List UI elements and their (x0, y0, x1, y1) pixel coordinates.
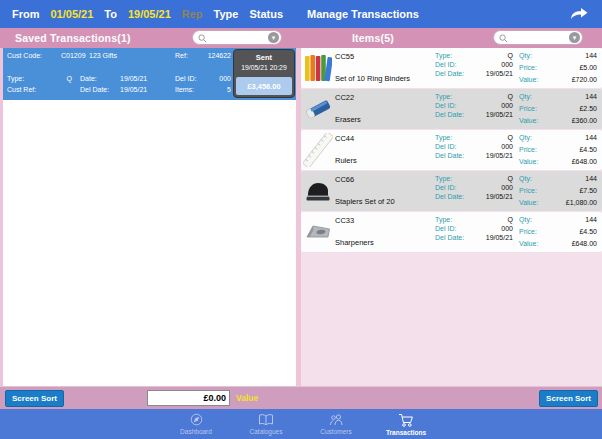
eraser-image (301, 89, 335, 129)
price-value: £2.50 (579, 105, 597, 112)
item-delivery-info: Type:Q Del ID:000 Del Date:19/05/21 (435, 212, 513, 252)
saved-transactions-title: Saved Transactions(1) (15, 32, 131, 44)
item-row[interactable]: CC33 Sharpeners Type:Q Del ID:000 Del Da… (301, 212, 602, 252)
items-search: ▾ (493, 30, 583, 45)
item-delivery-info: Type:Q Del ID:000 Del Date:19/05/21 (435, 48, 513, 88)
item-identity: CC44 Rulers (335, 130, 435, 170)
price-label: Price: (519, 105, 537, 112)
value-label: Value: (519, 117, 538, 124)
item-identity: CC55 Set of 10 Ring Binders (335, 48, 435, 88)
item-pricing-info: Qty:144 Price:£2.50 Value:£360.00 (519, 89, 597, 129)
price-value: £4.50 (579, 228, 597, 235)
value-label: Value: (519, 158, 538, 165)
tab-catalogues[interactable]: Catalogues (234, 409, 298, 439)
item-code: CC66 (335, 175, 435, 184)
ring-binders-image (301, 48, 335, 88)
app-screen: From 01/05/21 To 19/05/21 Rep Type Statu… (0, 0, 602, 439)
transaction-row-selected[interactable]: Cust Code: C01209 123 Gifts Ref: 124622 … (3, 48, 296, 100)
item-identity: CC33 Sharpeners (335, 212, 435, 252)
qty-label: Qty: (519, 134, 532, 141)
item-identity: CC22 Erasers (335, 89, 435, 129)
type-value: Q (508, 52, 513, 59)
item-description: Erasers (335, 115, 435, 124)
item-row[interactable]: CC55 Set of 10 Ring Binders Type:Q Del I… (301, 48, 602, 88)
item-row[interactable]: CC44 Rulers Type:Q Del ID:000 Del Date:1… (301, 130, 602, 170)
value-value: £720.00 (572, 76, 597, 83)
type-value: Q (508, 175, 513, 182)
qty-value: 144 (585, 216, 597, 223)
price-label: Price: (519, 64, 537, 71)
manage-transactions-button[interactable]: Manage Transactions (307, 8, 419, 20)
chevron-down-icon[interactable]: ▾ (268, 32, 279, 43)
items-title: Items(5) (352, 32, 394, 44)
transactions-search-input[interactable] (207, 33, 268, 43)
status-text: Sent (234, 53, 294, 62)
item-code: CC33 (335, 216, 435, 225)
del-date-label: Del Date: (435, 193, 464, 200)
item-pricing-info: Qty:144 Price:£4.50 Value:£648.00 (519, 130, 597, 170)
type-value: Q (508, 93, 513, 100)
qty-value: 144 (585, 93, 597, 100)
item-code: CC22 (335, 93, 435, 102)
curved-arrow-right-icon (568, 5, 590, 23)
main-panels: Cust Code: C01209 123 Gifts Ref: 124622 … (0, 48, 602, 386)
from-date-button[interactable]: 01/05/21 (51, 8, 94, 20)
del-date-label: Del Date: (435, 152, 464, 159)
transactions-search: ▾ (192, 30, 282, 45)
item-delivery-info: Type:Q Del ID:000 Del Date:19/05/21 (435, 171, 513, 211)
item-pricing-info: Qty:144 Price:£7.50 Value:£1,080.00 (519, 171, 597, 211)
people-icon (328, 413, 345, 427)
tab-transactions[interactable]: Transactions (374, 409, 438, 439)
open-book-icon (258, 413, 274, 427)
item-delivery-info: Type:Q Del ID:000 Del Date:19/05/21 (435, 130, 513, 170)
tab-customers[interactable]: Customers (304, 409, 368, 439)
tab-label: Catalogues (250, 428, 283, 435)
status-datetime: 19/05/21 20:29 (234, 64, 294, 71)
item-row[interactable]: CC22 Erasers Type:Q Del ID:000 Del Date:… (301, 89, 602, 129)
type-label: Type: (7, 75, 24, 82)
del-date-value: 19/05/21 (486, 111, 513, 118)
item-row[interactable]: CC66 Staplers Set of 20 Type:Q Del ID:00… (301, 171, 602, 211)
chevron-down-icon[interactable]: ▾ (569, 32, 580, 43)
tab-dashboard[interactable]: Dashboard (164, 409, 228, 439)
items-search-input[interactable] (508, 33, 569, 43)
del-id-value: 000 (501, 102, 513, 109)
type-filter-button[interactable]: Type (214, 8, 239, 20)
qty-value: 144 (585, 175, 597, 182)
search-icon (198, 29, 207, 47)
del-id-value: 000 (501, 61, 513, 68)
del-date-value: 19/05/21 (486, 193, 513, 200)
price-label: Price: (519, 228, 537, 235)
bottom-navigation: Dashboard Catalogues Customers (0, 409, 602, 439)
item-description: Staplers Set of 20 (335, 197, 435, 206)
value-label: Value (236, 393, 258, 403)
items-count-value: 5 (227, 86, 231, 93)
value-value: £648.00 (572, 240, 597, 247)
value-total-field[interactable] (147, 390, 230, 406)
rep-filter-button[interactable]: Rep (182, 8, 203, 20)
del-id-label: Del ID: (435, 102, 456, 109)
to-date-button[interactable]: 19/05/21 (128, 8, 171, 20)
screen-sort-left-button[interactable]: Screen Sort (5, 390, 64, 407)
tab-label: Transactions (386, 429, 426, 436)
stapler-image (301, 171, 335, 211)
qty-label: Qty: (519, 52, 532, 59)
del-date-value: 19/05/21 (486, 70, 513, 77)
saved-transactions-panel: Cust Code: C01209 123 Gifts Ref: 124622 … (3, 48, 296, 386)
value-label: Value: (519, 240, 538, 247)
transaction-total: £3,456.00 (236, 77, 292, 95)
type-label: Type: (435, 134, 452, 141)
items-count-label: Items: (175, 86, 194, 93)
ref-label: Ref: (175, 52, 188, 59)
del-date-value: 19/05/21 (120, 86, 147, 93)
value-label: Value: (519, 76, 538, 83)
items-header: Items(5) ▾ (297, 28, 602, 48)
screen-sort-right-button[interactable]: Screen Sort (539, 390, 598, 407)
value-label: Value: (519, 199, 538, 206)
status-filter-button[interactable]: Status (249, 8, 283, 20)
price-label: Price: (519, 187, 537, 194)
del-date-label: Del Date: (80, 86, 109, 93)
send-button[interactable] (568, 5, 590, 23)
qty-label: Qty: (519, 175, 532, 182)
from-label: From (12, 8, 40, 20)
